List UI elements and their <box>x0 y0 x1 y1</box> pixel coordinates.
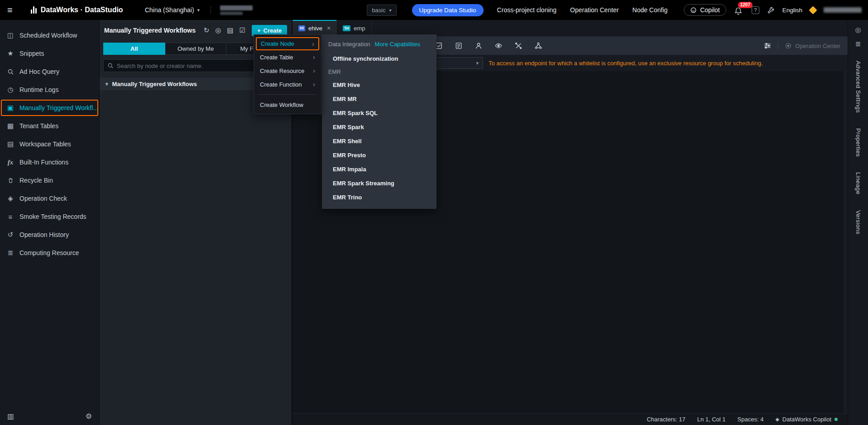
sidebar-item-recycle-bin[interactable]: Recycle Bin <box>0 171 99 189</box>
submenu-item-emr-spark-sql[interactable]: EMR Spark SQL <box>322 106 436 120</box>
panel-list-icon[interactable]: ≣ <box>855 40 861 48</box>
person-icon[interactable] <box>475 42 483 50</box>
chevron-down-icon: ▾ <box>106 81 108 87</box>
refresh-icon[interactable]: ↻ <box>204 26 210 34</box>
editor-tab-emp[interactable]: Se emp <box>337 20 371 36</box>
sidebar-item-smoke-testing-records[interactable]: ≡ Smoke Testing Records <box>0 208 99 226</box>
eye-preview-icon[interactable] <box>494 42 503 50</box>
upgrade-data-studio-button[interactable]: Upgrade Data Studio <box>412 4 484 16</box>
menu-item-create-function[interactable]: Create Function › <box>256 77 319 91</box>
chevron-down-icon: ▾ <box>476 60 479 66</box>
sidebar-item-label: Operation History <box>19 231 69 238</box>
menu-item-create-table[interactable]: Create Table › <box>256 50 319 64</box>
document-list-icon[interactable] <box>455 42 463 50</box>
status-spaces[interactable]: Spaces: 4 <box>738 416 764 423</box>
tools-icon[interactable] <box>514 42 523 50</box>
operation-center-button-disabled[interactable]: Operation Center <box>785 42 840 49</box>
locate-icon[interactable]: ◎ <box>215 26 221 34</box>
language-selector[interactable]: English <box>782 7 802 14</box>
create-node-submenu: Data Integration More Capabilities Offli… <box>322 34 436 209</box>
menu-item-create-workflow[interactable]: Create Workflow <box>256 98 319 111</box>
grid-panel-icon[interactable]: ▥ <box>7 412 14 420</box>
dataworks-logo-icon <box>31 6 37 14</box>
product-title: DataWorks · DataStudio <box>41 6 123 14</box>
tab-versions[interactable]: Versions <box>855 210 862 234</box>
submenu-item-emr-shell[interactable]: EMR Shell <box>322 134 436 148</box>
sidebar-item-label: Built-In Functions <box>19 159 68 166</box>
editor-statusbar: Characters: 17 Ln 1, Col 1 Spaces: 4 ◆ D… <box>293 413 848 425</box>
tab-advanced-settings[interactable]: Advanced Settings <box>855 61 862 113</box>
sidebar-item-operation-history[interactable]: ↺ Operation History <box>0 226 99 244</box>
tab-lineage[interactable]: Lineage <box>855 172 862 194</box>
editor-tab-ehive[interactable]: Hi ehive × <box>293 20 337 36</box>
submenu-item-emr-hive[interactable]: EMR Hive <box>322 78 436 92</box>
tab-properties[interactable]: Properties <box>855 128 862 157</box>
gear-icon[interactable]: ⚙ <box>86 412 92 420</box>
fx-function-icon: fx <box>6 159 14 166</box>
sidebar-item-ad-hoc-query[interactable]: Ad Hoc Query <box>0 63 99 81</box>
copilot-button[interactable]: Copilot <box>684 4 726 16</box>
help-button[interactable]: ? <box>752 6 759 14</box>
submenu-item-emr-presto[interactable]: EMR Presto <box>322 148 436 162</box>
env-selector[interactable]: basic ▾ <box>367 5 396 16</box>
more-capabilities-link[interactable]: More Capabilities <box>375 41 420 48</box>
notifications-button[interactable]: 1207 <box>734 5 744 15</box>
doc-search-icon[interactable]: ▤ <box>227 26 233 34</box>
status-cursor-position[interactable]: Ln 1, Col 1 <box>697 416 726 423</box>
clock-icon: ◷ <box>6 86 14 94</box>
hamburger-menu-icon[interactable]: ≡ <box>7 5 13 15</box>
submenu-item-emr-impala[interactable]: EMR Impala <box>322 162 436 176</box>
submenu-group-data-integration: Data Integration More Capabilities <box>322 38 436 52</box>
submenu-item-offline-synchronization[interactable]: Offline synchronization <box>322 52 436 66</box>
menu-item-label: Create Function <box>260 81 302 88</box>
submenu-item-emr-mr[interactable]: EMR MR <box>322 92 436 106</box>
sidebar-item-manually-triggered-workflows[interactable]: ▣ Manually Triggered Workfl... <box>1 100 98 116</box>
sidebar-item-operation-check[interactable]: ◈ Operation Check <box>0 189 99 208</box>
search-icon <box>6 68 14 75</box>
menu-operation-center[interactable]: Operation Center <box>570 6 619 14</box>
tab-all[interactable]: All <box>103 43 165 55</box>
submenu-arrow-icon: › <box>313 53 315 61</box>
tab-owned-by-me[interactable]: Owned by Me <box>165 43 227 55</box>
search-icon <box>107 63 114 69</box>
rewards-coin-icon[interactable] <box>809 6 817 14</box>
close-icon[interactable]: × <box>327 24 331 32</box>
submenu-item-emr-spark[interactable]: EMR Spark <box>322 120 436 134</box>
sidebar-item-tenant-tables[interactable]: ▦ Tenant Tables <box>0 117 99 135</box>
region-selector[interactable]: China (Shanghai) ▾ <box>145 6 200 14</box>
submenu-item-emr-trino[interactable]: EMR Trino <box>322 190 436 204</box>
sidebar-item-runtime-logs[interactable]: ◷ Runtime Logs <box>0 81 99 99</box>
panel-header-icons: ↻ ◎ ▤ ☑ <box>204 26 245 34</box>
operation-center-label: Operation Center <box>795 43 840 49</box>
submenu-item-emr-spark-streaming[interactable]: EMR Spark Streaming <box>322 176 436 190</box>
left-sidebar: ◫ Scheduled Workflow ★ Snippets Ad Hoc Q… <box>0 20 100 425</box>
status-dataworks-copilot[interactable]: ◆ DataWorks Copilot <box>775 416 838 423</box>
menu-cross-project-cloning[interactable]: Cross-project cloning <box>497 6 557 14</box>
submenu-arrow-icon: › <box>312 40 314 48</box>
checklist-icon[interactable]: ☑ <box>239 26 245 34</box>
sidebar-item-computing-resource[interactable]: ≣ Computing Resource <box>0 244 99 262</box>
sidebar-item-built-in-functions[interactable]: fx Built-In Functions <box>0 153 99 171</box>
sidebar-item-label: Runtime Logs <box>19 86 58 93</box>
sidebar-item-label: Snippets <box>19 50 44 57</box>
redacted-username <box>824 7 862 13</box>
sliders-settings-icon[interactable] <box>763 42 772 50</box>
wrench-settings-button[interactable] <box>767 6 775 14</box>
sidebar-item-scheduled-workflow[interactable]: ◫ Scheduled Workflow <box>0 26 99 44</box>
app-logo[interactable]: DataWorks · DataStudio <box>31 6 123 14</box>
region-label: China (Shanghai) <box>145 6 194 14</box>
editor-scrollbar[interactable] <box>844 71 848 413</box>
menu-item-create-node[interactable]: Create Node › <box>256 37 319 50</box>
sidebar-item-snippets[interactable]: ★ Snippets <box>0 44 99 63</box>
right-tab-list: Advanced Settings Properties Lineage Ver… <box>855 61 862 234</box>
submenu-group-emr: EMR <box>322 66 436 78</box>
editor-tab-label: ehive <box>308 25 322 32</box>
table-rows-icon: ▤ <box>6 140 14 148</box>
lineage-graph-icon[interactable] <box>534 42 542 50</box>
menu-node-config[interactable]: Node Config <box>633 6 668 14</box>
menu-item-create-resource[interactable]: Create Resource › <box>256 64 319 77</box>
sidebar-item-workspace-tables[interactable]: ▤ Workspace Tables <box>0 135 99 153</box>
section-header-label: Manually Triggered Workflows <box>112 81 197 87</box>
recent-clock-icon[interactable]: ◎ <box>855 26 861 34</box>
env-label: basic <box>372 7 385 14</box>
